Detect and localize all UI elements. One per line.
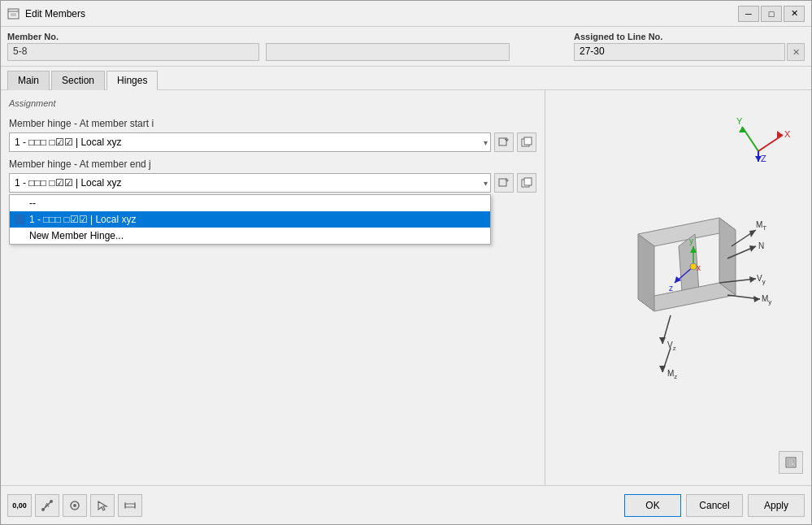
member-extra-group — [266, 32, 510, 61]
edit-icon-2 — [498, 177, 510, 189]
svg-marker-28 — [749, 245, 756, 252]
measure-tool-button[interactable] — [118, 494, 142, 517]
coord-tool-button[interactable]: 0,00 — [7, 494, 32, 517]
member-tool-button[interactable]: A — [35, 494, 59, 517]
hinge-start-dropdown[interactable]: 1 - □□□ □☑☑ | Local xyz — [9, 132, 491, 152]
dropdown-item-1[interactable]: 1 - □□□ □☑☑ | Local xyz — [10, 211, 490, 228]
main-content: Assignment Member hinge - At member star… — [1, 90, 811, 485]
svg-line-13 — [742, 127, 758, 151]
member-no-input[interactable]: 5-8 — [7, 43, 259, 61]
title-bar: Edit Members ─ □ ✕ — [1, 1, 811, 27]
hinge-end-copy-button[interactable] — [517, 173, 536, 193]
select-tool-button[interactable] — [90, 494, 115, 517]
copy-icon-2 — [521, 177, 532, 189]
coord-label: 0,00 — [12, 501, 27, 510]
dropdown-item-new[interactable]: New Member Hinge... — [10, 228, 490, 244]
select-icon — [96, 499, 109, 512]
svg-rect-65 — [125, 504, 135, 507]
clear-assigned-button[interactable]: ✕ — [787, 43, 805, 61]
hinge-end-dropdown[interactable]: 1 - □□□ □☑☑ | Local xyz — [9, 173, 491, 193]
minimize-button[interactable]: ─ — [738, 6, 759, 22]
member-no-group: Member No. 5-8 — [7, 32, 259, 61]
node-icon — [68, 499, 81, 512]
close-button[interactable]: ✕ — [784, 6, 805, 22]
svg-marker-34 — [749, 276, 756, 283]
svg-text:z: z — [669, 284, 673, 293]
hinge-end-label: Member hinge - At member end j — [9, 158, 536, 170]
hinge-end-dropdown-popup: -- 1 - □□□ □☑☑ | Local xyz New Member Hi… — [9, 194, 491, 245]
visualization-area: Y X Z — [554, 98, 803, 451]
apply-button[interactable]: Apply — [748, 494, 805, 517]
svg-marker-40 — [659, 337, 666, 344]
export-button[interactable] — [779, 451, 803, 474]
left-panel: Assignment Member hinge - At member star… — [1, 90, 545, 485]
top-bar: Member No. 5-8 Assigned to Line No. 27-3… — [1, 27, 811, 67]
svg-marker-43 — [659, 366, 666, 372]
svg-text:My: My — [762, 294, 771, 306]
tab-section[interactable]: Section — [51, 71, 105, 90]
svg-rect-12 — [524, 178, 532, 185]
export-icon — [784, 456, 797, 469]
svg-text:Vz: Vz — [667, 341, 676, 352]
assigned-label: Assigned to Line No. — [574, 32, 805, 41]
cancel-button[interactable]: Cancel — [686, 494, 743, 517]
svg-text:N: N — [758, 241, 764, 250]
svg-marker-31 — [749, 230, 756, 237]
ok-button[interactable]: OK — [624, 494, 681, 517]
tab-hinges[interactable]: Hinges — [106, 71, 158, 90]
svg-text:Y: Y — [736, 116, 743, 126]
bottom-right-buttons: OK Cancel Apply — [624, 494, 805, 517]
tabs-bar: Main Section Hinges — [1, 67, 811, 90]
member-extra-label — [266, 32, 510, 41]
item1-icon — [15, 215, 24, 224]
title-bar-controls: ─ □ ✕ — [738, 6, 805, 22]
hinge-start-edit-button[interactable] — [494, 132, 514, 152]
bottom-left-tools: 0,00 A — [7, 494, 142, 517]
assigned-field[interactable]: 27-30 — [574, 43, 785, 61]
tab-main[interactable]: Main — [7, 71, 50, 90]
edit-icon — [498, 137, 510, 148]
main-window: Edit Members ─ □ ✕ Member No. 5-8 Assign… — [0, 0, 812, 525]
svg-text:MT: MT — [756, 220, 766, 232]
member-extra-input[interactable] — [266, 43, 510, 61]
bottom-bar: 0,00 A — [1, 485, 811, 524]
right-panel: Y X Z — [545, 90, 811, 485]
svg-text:Vy: Vy — [757, 274, 766, 285]
title-text: Edit Members — [25, 8, 85, 20]
svg-text:Mz: Mz — [667, 369, 677, 380]
node-tool-button[interactable] — [63, 494, 87, 517]
measure-icon — [124, 499, 137, 512]
hinge-start-label: Member hinge - At member start i — [9, 118, 536, 129]
assignment-label: Assignment — [9, 98, 536, 108]
hinge-start-dropdown-wrapper: 1 - □□□ □☑☑ | Local xyz ▾ — [9, 132, 491, 152]
svg-point-51 — [690, 263, 697, 270]
svg-text:A: A — [45, 501, 50, 509]
structural-diagram: N MT Vy My Vz — [573, 185, 784, 413]
hinge-start-group: Member hinge - At member start i 1 - □□□… — [9, 118, 536, 152]
member-icon: A — [41, 499, 54, 512]
export-area — [775, 451, 803, 474]
title-bar-left: Edit Members — [7, 7, 85, 20]
maximize-button[interactable]: □ — [761, 6, 782, 22]
svg-text:x: x — [697, 263, 701, 272]
svg-point-63 — [73, 504, 76, 507]
svg-marker-37 — [753, 296, 760, 302]
hinge-start-copy-button[interactable] — [517, 132, 536, 152]
copy-icon — [521, 137, 532, 148]
hinge-end-row: 1 - □□□ □☑☑ | Local xyz ▾ -- 1 - □□□ □ — [9, 173, 536, 193]
assigned-group: Assigned to Line No. 27-30 ✕ — [574, 32, 805, 61]
svg-text:y: y — [689, 236, 693, 245]
hinge-end-edit-button[interactable] — [494, 173, 514, 193]
hinge-start-row: 1 - □□□ □☑☑ | Local xyz ▾ — [9, 132, 536, 152]
svg-point-60 — [50, 500, 53, 503]
app-icon — [7, 7, 20, 20]
assigned-input-row: 27-30 ✕ — [574, 43, 805, 61]
svg-rect-8 — [524, 137, 532, 145]
member-no-label: Member No. — [7, 32, 259, 41]
axes-diagram: Y X Z — [730, 106, 795, 163]
svg-text:X: X — [784, 129, 791, 139]
dropdown-item-blank[interactable]: -- — [10, 195, 490, 211]
hinge-end-group: Member hinge - At member end j 1 - □□□ □… — [9, 158, 536, 193]
svg-marker-64 — [98, 501, 106, 510]
svg-marker-25 — [638, 234, 654, 311]
